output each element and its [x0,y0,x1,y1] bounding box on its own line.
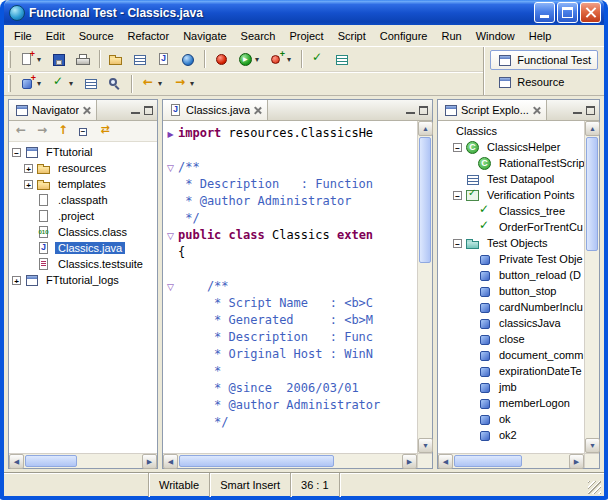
expander-icon[interactable] [12,276,21,285]
script-explorer-tree-item[interactable]: OrderForTrentCu [438,219,584,235]
script-explorer-tree-item[interactable]: cardNumberInclu [438,299,584,315]
script-explorer-tree-item[interactable]: document_comm [438,347,584,363]
record-button[interactable] [210,49,232,70]
editor-horizontal-scrollbar[interactable] [163,453,417,468]
editor-tab-classics[interactable]: Classics.java [163,100,268,120]
script-explorer-tree-item[interactable]: memberLogon [438,395,584,411]
globe-button[interactable] [177,49,199,70]
navigator-tree-item[interactable]: templates [9,176,157,192]
navigator-tree-item[interactable]: FTtutorial [9,144,157,160]
script-explorer-tree-item[interactable]: Test Objects [438,235,584,251]
expander-icon[interactable] [453,143,462,152]
minimize-button[interactable] [534,2,555,23]
code-line[interactable]: import resources.ClassicsHe [163,124,417,141]
new-script-button[interactable] [16,49,46,70]
editor-tab-close-icon[interactable] [253,106,262,115]
menu-navigate[interactable]: Navigate [176,27,233,45]
code-line[interactable]: */ [163,413,417,430]
script-explorer-tree-item[interactable]: jmb [438,379,584,395]
insert-vp-button[interactable] [48,73,78,94]
perspective-functional-test[interactable]: Functional Test [490,50,598,70]
menu-script[interactable]: Script [331,27,373,45]
insert-object-button[interactable] [16,73,46,94]
code-line[interactable]: /** [163,277,417,294]
fold-marker-icon[interactable] [163,127,178,139]
scroll-right-icon[interactable] [402,454,417,469]
code-line[interactable]: * Description : Func [163,328,417,345]
script-explorer-tab[interactable]: Script Explo... [438,100,547,120]
code-line[interactable]: * @author Administrator [163,396,417,413]
scroll-down-icon[interactable] [585,438,600,453]
navigator-tab[interactable]: Navigator [9,100,97,120]
scrollbar-track[interactable] [419,137,431,437]
navigator-tree-item[interactable]: FTtutorial_logs [9,272,157,288]
scroll-right-icon[interactable] [142,454,157,469]
save-button[interactable] [48,49,70,70]
minimize-view-icon[interactable] [573,106,582,114]
back-button[interactable] [137,73,167,94]
code-line[interactable] [163,260,417,277]
minimize-view-icon[interactable] [131,106,140,114]
navigator-tree-item[interactable]: .project [9,208,157,224]
link-editor-button[interactable] [95,122,115,140]
scrollbar-thumb[interactable] [586,137,598,251]
scrollbar-track[interactable] [586,137,598,437]
code-line[interactable]: */ [163,209,417,226]
scroll-left-icon[interactable] [438,454,453,469]
scroll-left-icon[interactable] [9,454,24,469]
code-line[interactable]: /** [163,158,417,175]
script-explorer-tree[interactable]: ClassicsClassicsHelperRationalTestScripT… [438,121,584,453]
menu-search[interactable]: Search [234,27,283,45]
menu-refactor[interactable]: Refactor [121,27,177,45]
code-line[interactable]: * Generated : <b>M [163,311,417,328]
close-button[interactable] [580,2,601,23]
scrollbar-track[interactable] [25,455,141,467]
find-object-button[interactable] [104,73,126,94]
maximize-view-icon[interactable] [144,106,153,115]
print-button[interactable] [72,49,94,70]
code-line[interactable] [163,141,417,158]
scrollbar-track[interactable] [454,455,568,467]
resize-grip[interactable] [588,481,601,494]
object-map-button[interactable] [331,49,353,70]
code-area[interactable]: import resources.ClassicsHe/** * Descrip… [163,121,417,453]
menu-window[interactable]: Window [469,27,522,45]
fold-marker-icon[interactable] [163,161,178,173]
expander-icon[interactable] [12,148,21,157]
up-button[interactable] [53,122,73,140]
menu-edit[interactable]: Edit [39,27,72,45]
script-explorer-tree-item[interactable]: ok [438,411,584,427]
minimize-view-icon[interactable] [406,106,415,114]
collapse-all-button[interactable] [74,122,94,140]
code-line[interactable]: * Script Name : <b>C [163,294,417,311]
script-explorer-tree-item[interactable]: Verification Points [438,187,584,203]
script-explorer-horizontal-scrollbar[interactable] [438,453,584,468]
verification-point-button[interactable] [307,49,329,70]
scrollbar-thumb[interactable] [419,137,431,263]
scroll-up-icon[interactable] [418,121,433,136]
navigator-tab-close-icon[interactable] [82,106,91,115]
forward-button[interactable] [32,122,52,140]
perspective-resource[interactable]: Resource [490,72,598,92]
code-line[interactable]: * @author Administrator [163,192,417,209]
scrollbar-thumb[interactable] [25,455,77,467]
run-script-button[interactable] [234,49,264,70]
scrollbar-track[interactable] [179,455,401,467]
maximize-view-icon[interactable] [419,106,428,115]
editor-vertical-scrollbar[interactable] [417,121,432,453]
navigator-horizontal-scrollbar[interactable] [9,453,157,468]
script-explorer-tree-item[interactable]: Private Test Obje [438,251,584,267]
scrollbar-thumb[interactable] [179,455,334,467]
menu-help[interactable]: Help [522,27,559,45]
maximize-view-icon[interactable] [586,106,595,115]
menu-configure[interactable]: Configure [373,27,435,45]
code-line[interactable]: * [163,362,417,379]
script-explorer-tree-item[interactable]: ClassicsHelper [438,139,584,155]
scroll-right-icon[interactable] [569,454,584,469]
code-line[interactable]: * Original Host : WinN [163,345,417,362]
script-explorer-tree-item[interactable]: RationalTestScrip [438,155,584,171]
code-line[interactable]: * @since 2006/03/01 [163,379,417,396]
script-explorer-vertical-scrollbar[interactable] [584,121,599,453]
script-explorer-tree-item[interactable]: button_stop [438,283,584,299]
expander-icon[interactable] [453,239,462,248]
